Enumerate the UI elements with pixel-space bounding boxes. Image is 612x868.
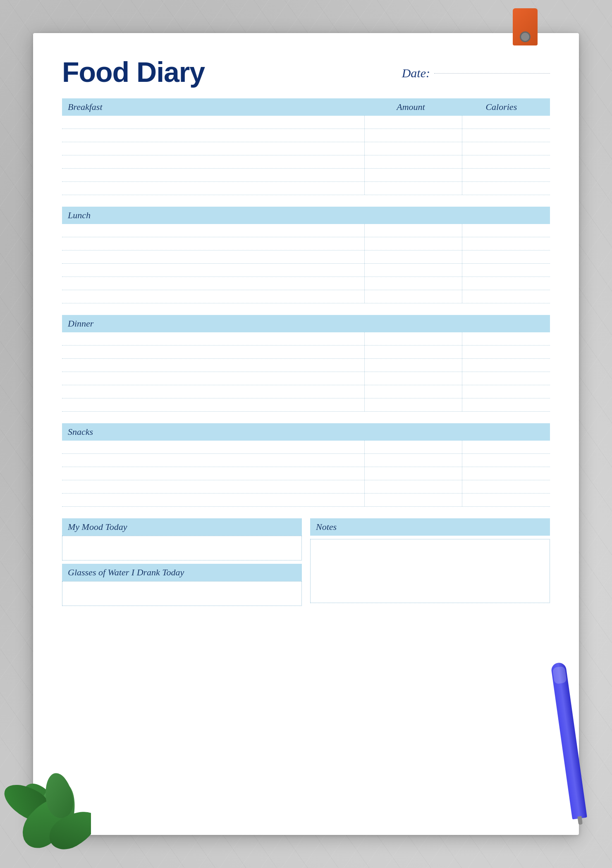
breakfast-header: Breakfast Amount Calories [62, 98, 550, 116]
notes-section: Notes [310, 518, 550, 606]
table-row [62, 182, 550, 195]
table-row [62, 467, 550, 480]
table-row [62, 277, 550, 290]
water-input-area[interactable] [62, 581, 302, 606]
breakfast-rows [62, 116, 550, 195]
water-label: Glasses of Water I Drank Today [68, 567, 184, 577]
table-row [62, 129, 550, 142]
table-row [62, 264, 550, 277]
date-area: Date: [402, 58, 550, 80]
table-row [62, 441, 550, 454]
table-row [62, 116, 550, 129]
notes-label: Notes [316, 522, 337, 532]
mood-input-area[interactable] [62, 536, 302, 560]
dinner-label: Dinner [68, 318, 93, 329]
table-row [62, 224, 550, 237]
table-row [62, 346, 550, 359]
left-bottom: My Mood Today Glasses of Water I Drank T… [62, 518, 302, 606]
snacks-header: Snacks [62, 423, 550, 441]
lunch-label: Lunch [68, 210, 91, 220]
table-row [62, 142, 550, 155]
sharpener-decoration [513, 8, 538, 45]
water-section: Glasses of Water I Drank Today [62, 564, 302, 606]
food-diary-page: Food Diary Date: Breakfast Amount Calori… [33, 33, 579, 835]
table-row [62, 494, 550, 507]
table-row [62, 372, 550, 385]
table-row [62, 155, 550, 169]
date-label: Date: [402, 66, 430, 80]
snacks-rows [62, 441, 550, 507]
table-row [62, 359, 550, 372]
notes-input-area[interactable] [310, 539, 550, 603]
table-row [62, 454, 550, 467]
bottom-section: My Mood Today Glasses of Water I Drank T… [62, 518, 550, 606]
date-line [434, 73, 550, 74]
notes-header: Notes [310, 518, 550, 536]
breakfast-section: Breakfast Amount Calories [62, 98, 550, 195]
table-row [62, 169, 550, 182]
amount-label: Amount [363, 102, 458, 112]
dinner-rows [62, 332, 550, 412]
table-row [62, 250, 550, 264]
breakfast-label: Breakfast [68, 102, 363, 112]
page-title: Food Diary [62, 58, 205, 86]
plant-decoration [0, 723, 91, 868]
lunch-header: Lunch [62, 207, 550, 224]
snacks-section: Snacks [62, 423, 550, 507]
table-row [62, 237, 550, 250]
table-row [62, 385, 550, 398]
table-row [62, 332, 550, 346]
dinner-section: Dinner [62, 315, 550, 412]
lunch-rows [62, 224, 550, 303]
lunch-section: Lunch [62, 207, 550, 303]
water-header: Glasses of Water I Drank Today [62, 564, 302, 581]
mood-label: My Mood Today [68, 522, 127, 532]
page-header: Food Diary Date: [62, 58, 550, 86]
dinner-header: Dinner [62, 315, 550, 332]
table-row [62, 290, 550, 303]
table-row [62, 480, 550, 494]
mood-section: My Mood Today [62, 518, 302, 560]
table-row [62, 398, 550, 412]
snacks-label: Snacks [68, 427, 93, 437]
calories-label: Calories [459, 102, 544, 112]
mood-header: My Mood Today [62, 518, 302, 536]
